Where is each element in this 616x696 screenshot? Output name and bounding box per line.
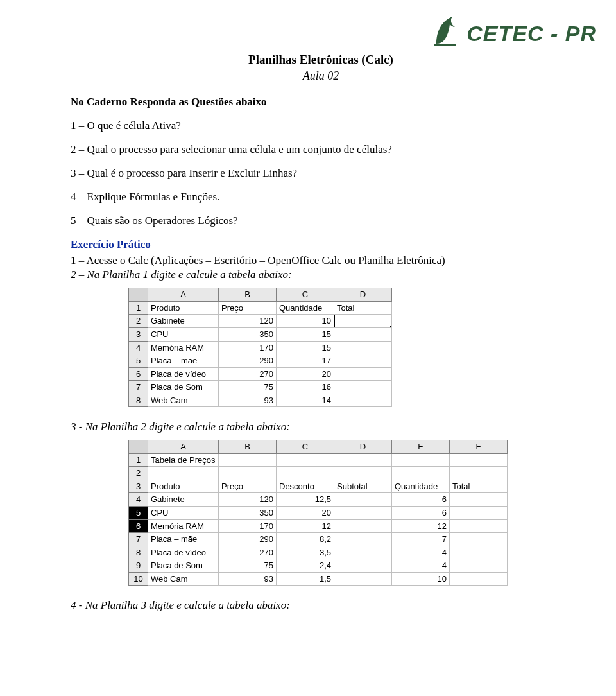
cell [334, 506, 392, 519]
spreadsheet-1-grid: ABCD1ProdutoPreçoQuantidadeTotal2Gabinet… [128, 288, 392, 407]
cell: 350 [219, 328, 277, 342]
cell: 8,2 [277, 533, 334, 546]
cell [148, 467, 219, 480]
exercise-step-3: 3 - Na Planilha 2 digite e calcule a tab… [71, 420, 571, 435]
cell: Total [334, 301, 392, 315]
title-block: Planilhas Eletrônicas (Calc) Aula 02 [71, 51, 571, 83]
cell: 75 [219, 559, 277, 573]
cell [334, 394, 392, 407]
column-header-a: A [148, 440, 219, 454]
cell: 3,5 [277, 546, 334, 559]
cell: 4 [392, 559, 450, 573]
question-5: 5 – Quais são os Operadores Lógicos? [71, 214, 571, 229]
logo-text: CETEC - PR [466, 19, 597, 49]
cell [450, 559, 508, 573]
row-header: 5 [129, 506, 148, 519]
cell: Gabinete [148, 315, 219, 328]
cell: 4 [392, 546, 450, 559]
logo-header: CETEC - PR [71, 13, 597, 49]
cell [334, 559, 392, 573]
page-title: Planilhas Eletrônicas (Calc) [71, 51, 571, 68]
cell: 12 [277, 519, 334, 533]
cell [334, 493, 392, 507]
column-header-f: F [450, 440, 508, 454]
cell: 7 [392, 533, 450, 546]
cell: Placa de Som [148, 559, 219, 573]
cell: 10 [392, 572, 450, 586]
cell [450, 467, 508, 480]
cell [450, 453, 508, 467]
cell: 15 [277, 328, 334, 342]
bird-icon [427, 13, 463, 49]
column-header-c: C [277, 440, 334, 454]
cell [334, 367, 392, 381]
cell [392, 453, 450, 467]
exercise-step-2: 2 – Na Planilha 1 digite e calcule a tab… [71, 268, 571, 283]
cell: Preço [219, 480, 277, 493]
cell: Memória RAM [148, 519, 219, 533]
cell: 6 [392, 493, 450, 507]
row-header: 6 [129, 367, 148, 381]
cell [334, 381, 392, 394]
cell: Total [450, 480, 508, 493]
question-1: 1 – O que é célula Ativa? [71, 119, 571, 134]
cell: Placa – mãe [148, 533, 219, 546]
cell: 170 [219, 341, 277, 354]
cell [334, 519, 392, 533]
cell: 270 [219, 546, 277, 559]
spreadsheet-1-screenshot: ABCD1ProdutoPreçoQuantidadeTotal2Gabinet… [128, 288, 571, 407]
exercise-heading: Exercício Prático [71, 238, 571, 252]
cell: 270 [219, 367, 277, 381]
cell: 290 [219, 354, 277, 368]
cell: 120 [219, 493, 277, 507]
column-header-e: E [392, 440, 450, 454]
spreadsheet-2-screenshot: ABCDEF1Tabela de Preços23ProdutoPreçoDes… [128, 440, 571, 586]
cell: 12 [392, 519, 450, 533]
questions-heading: No Caderno Responda as Questões abaixo [71, 95, 571, 110]
cell: 14 [277, 394, 334, 407]
cell [334, 315, 392, 328]
corner-cell [129, 288, 148, 302]
svg-point-0 [451, 18, 454, 21]
cell: 93 [219, 394, 277, 407]
cell: Web Cam [148, 572, 219, 586]
cell: 17 [277, 354, 334, 368]
cell: 12,5 [277, 493, 334, 507]
cell: Produto [148, 480, 219, 493]
cell: 170 [219, 519, 277, 533]
cell: Placa – mãe [148, 354, 219, 368]
row-header: 4 [129, 341, 148, 354]
cell: Memória RAM [148, 341, 219, 354]
row-header: 4 [129, 493, 148, 507]
cell: 6 [392, 506, 450, 519]
row-header: 6 [129, 519, 148, 533]
corner-cell [129, 440, 148, 454]
cell: CPU [148, 506, 219, 519]
row-header: 8 [129, 546, 148, 559]
page-subtitle: Aula 02 [71, 68, 571, 83]
cell: Quantidade [277, 301, 334, 315]
spreadsheet-2-grid: ABCDEF1Tabela de Preços23ProdutoPreçoDes… [128, 440, 508, 586]
cell: Placa de Som [148, 381, 219, 394]
cell: 15 [277, 341, 334, 354]
cell: 20 [277, 506, 334, 519]
cell [219, 453, 277, 467]
cell: Placa de vídeo [148, 367, 219, 381]
exercise-step-1: 1 – Acesse o Calc (Aplicações – Escritór… [71, 254, 571, 268]
cell [334, 546, 392, 559]
row-header: 3 [129, 480, 148, 493]
cell: Preço [219, 301, 277, 315]
cell [450, 546, 508, 559]
question-3: 3 – Qual é o processo para Inserir e Exc… [71, 166, 571, 181]
cell [334, 328, 392, 342]
column-header-d: D [334, 440, 392, 454]
cell: 1,5 [277, 572, 334, 586]
cell: 120 [219, 315, 277, 328]
cell: Quantidade [392, 480, 450, 493]
exercise-step-4: 4 - Na Planilha 3 digite e calcule a tab… [71, 598, 571, 613]
cell: Subtotal [334, 480, 392, 493]
row-header: 7 [129, 381, 148, 394]
cell: Web Cam [148, 394, 219, 407]
cell [450, 519, 508, 533]
cell [277, 467, 334, 480]
